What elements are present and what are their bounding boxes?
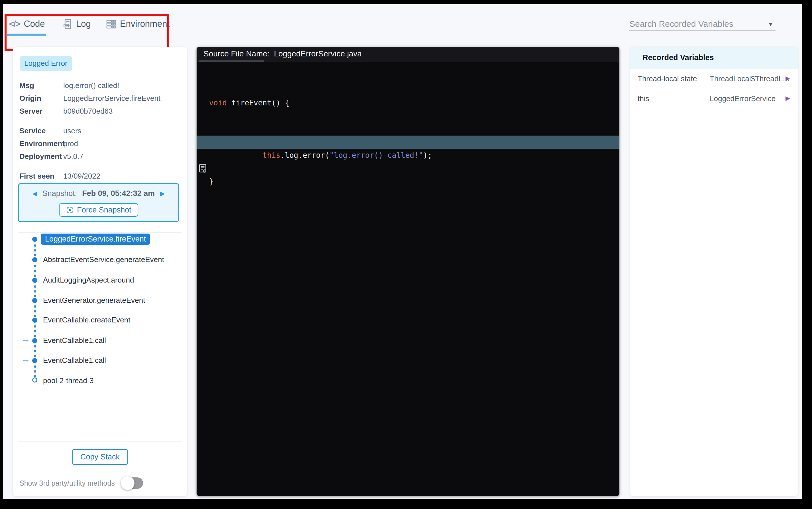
stack-frame[interactable]: AuditLoggingAspect.around (43, 276, 134, 284)
thread-name: pool-2-thread-3 (43, 376, 94, 385)
source-file-label: Source File Name: (203, 49, 270, 58)
variable-name: Thread-local state (638, 74, 697, 83)
scan-focus-icon (66, 206, 73, 214)
snapshot-navigator: ◀ Snapshot: Feb 09, 05:42:32 am ▶ Force … (18, 183, 179, 222)
snapshot-breakpoint-icon[interactable] (199, 138, 244, 199)
variable-value: ThreadLocal$ThreadL… (710, 74, 790, 83)
origin-row: OriginLoggedErrorService.fireEvent (20, 92, 183, 105)
section-divider (18, 441, 182, 442)
tab-log[interactable]: Log (63, 15, 91, 33)
variable-row: Thread-local state ThreadLocal$ThreadL… … (630, 73, 798, 84)
deployment-row: Deploymentv5.0.7 (20, 150, 183, 163)
force-snapshot-button[interactable]: Force Snapshot (59, 203, 138, 217)
show-3rd-party-label: Show 3rd party/utility methods (20, 479, 115, 487)
expand-variable-icon[interactable]: ▶ (785, 75, 790, 82)
source-file-name: LoggedErrorService.java (274, 49, 362, 58)
frame-dot (32, 338, 37, 343)
service-row: Serviceusers (20, 125, 183, 137)
search-recorded-variables-dropdown[interactable]: Search Recorded Variables ▼ (629, 18, 776, 31)
tab-environment[interactable]: Environment (106, 15, 170, 33)
header-divider (3, 36, 802, 36)
copy-stack-button[interactable]: Copy Stack (72, 449, 128, 465)
stack-frame-selected[interactable]: LoggedErrorService.fireEvent (41, 234, 150, 245)
show-3rd-party-toggle[interactable] (122, 477, 143, 489)
deployment-group: Serviceusers Environmentprod Deploymentv… (20, 125, 183, 163)
code-editor-panel: Source File Name: LoggedErrorService.jav… (197, 47, 619, 496)
stack-frame[interactable]: EventCallable.createEvent (43, 315, 130, 325)
error-details-panel: Logged Error Msglog.error() called! Orig… (13, 47, 187, 496)
next-snapshot-button[interactable]: ▶ (160, 190, 165, 197)
current-frame-arrow-icon: → (21, 334, 30, 344)
app-window: </> Code Log Environment Search Reco (3, 4, 802, 499)
editor-header: Source File Name: LoggedErrorService.jav… (197, 47, 619, 62)
stack-frame[interactable]: EventGenerator.generateEvent (43, 296, 145, 305)
first-seen-row: First seen13/09/2022 (20, 170, 183, 182)
section-divider (18, 232, 182, 233)
frame-dot (32, 317, 37, 323)
variable-row: this LoggedErrorService ▶ (630, 94, 798, 104)
frame-dot (32, 358, 37, 363)
logged-error-badge: Logged Error (20, 56, 72, 71)
stack-frame[interactable]: AbstractEventService.generateEvent (43, 255, 164, 264)
msg-row: Msglog.error() called! (20, 79, 183, 92)
frame-dot (32, 237, 37, 242)
code-view: void fireEvent() { this.log.error("log.e… (197, 62, 619, 214)
force-snapshot-label: Force Snapshot (77, 206, 131, 214)
recorded-variables-header: Recorded Variables (630, 47, 798, 69)
code-line-highlighted[interactable]: this.log.error("log.error() called!"); (197, 136, 619, 149)
previous-snapshot-button[interactable]: ◀ (32, 190, 37, 197)
toggle-knob (121, 476, 134, 490)
frame-dot (32, 278, 37, 283)
environment-icon (106, 19, 116, 29)
snapshot-timestamp: Feb 09, 05:42:32 am (82, 189, 155, 198)
variable-name: this (638, 94, 649, 103)
snapshot-label: Snapshot: (42, 189, 77, 198)
thread-dot (32, 377, 37, 382)
search-placeholder: Search Recorded Variables (630, 19, 733, 29)
tab-environment-label: Environment (120, 19, 170, 29)
current-frame-arrow-icon: → (21, 354, 30, 364)
stack-frame[interactable]: EventCallable1.call (43, 356, 106, 365)
stack-frame[interactable]: EventCallable1.call (43, 336, 106, 345)
expand-variable-icon[interactable]: ▶ (785, 95, 790, 102)
frame-dot (32, 257, 37, 262)
log-icon (63, 19, 72, 29)
environment-row: Environmentprod (20, 137, 183, 150)
variable-value: LoggedErrorService (710, 94, 776, 103)
tab-code-label: Code (24, 19, 45, 29)
code-line: } (197, 175, 619, 188)
recorded-variables-title: Recorded Variables (642, 47, 714, 69)
server-row: Serverb09d0b70ed63 (20, 105, 183, 117)
tab-code[interactable]: </> Code (9, 15, 45, 33)
code-line: void fireEvent() { (197, 96, 619, 109)
frame-dot (32, 298, 37, 303)
recorded-variables-panel: Recorded Variables Thread-local state Th… (630, 47, 798, 496)
error-meta-group: Msglog.error() called! OriginLoggedError… (20, 79, 183, 117)
code-icon: </> (9, 19, 20, 29)
tab-log-label: Log (76, 19, 91, 29)
dropdown-caret-icon: ▼ (768, 21, 773, 28)
